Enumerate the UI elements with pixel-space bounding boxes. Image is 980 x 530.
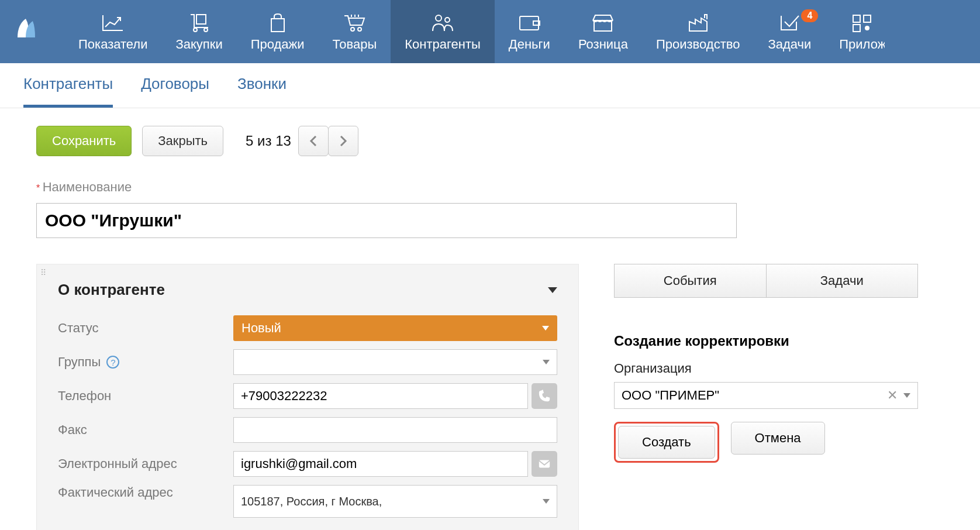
app-logo [12, 14, 47, 49]
save-button[interactable]: Сохранить [36, 126, 132, 156]
status-label: Статус [58, 321, 233, 336]
svg-point-1 [194, 28, 197, 32]
sub-nav: Контрагенты Договоры Звонки [0, 63, 980, 108]
name-input[interactable] [36, 203, 737, 238]
chart-up-icon [102, 11, 124, 35]
org-value: ООО "ПРИМЕР" [622, 388, 719, 403]
required-marker: * [36, 183, 40, 193]
nav-label: Задачи [768, 37, 811, 52]
pager-next-button[interactable] [328, 126, 358, 156]
drag-handle-icon[interactable]: ⠿ [40, 268, 46, 277]
svg-rect-0 [196, 15, 206, 24]
address-dropdown[interactable]: 105187, Россия, г Москва, [233, 485, 557, 518]
cancel-button[interactable]: Отмена [731, 422, 825, 455]
nav-goods[interactable]: Товары [319, 0, 391, 63]
subtab-counterparties[interactable]: Контрагенты [23, 75, 113, 108]
nav-label: Товары [333, 37, 377, 52]
panel-collapse-icon[interactable] [548, 287, 557, 293]
phone-call-button[interactable] [532, 383, 557, 409]
phone-input[interactable] [233, 383, 528, 409]
status-value: Новый [241, 321, 281, 336]
email-input[interactable] [233, 451, 528, 477]
store-icon [592, 11, 614, 35]
nav-label: Закупки [175, 37, 222, 52]
help-icon[interactable]: ? [106, 356, 119, 369]
groups-label: Группы ? [58, 355, 233, 370]
check-icon [779, 11, 800, 35]
section-title: Создание корректировки [614, 333, 918, 349]
fax-label: Факс [58, 422, 233, 438]
toolbar: Сохранить Закрыть 5 из 13 [0, 108, 980, 174]
pager-text: 5 из 13 [246, 133, 291, 149]
svg-point-12 [865, 26, 869, 30]
tab-events[interactable]: События [614, 264, 767, 298]
columns: ⠿ О контрагенте Статус Новый Группы ? [0, 244, 980, 530]
svg-point-4 [358, 27, 361, 31]
org-label: Организация [614, 361, 918, 376]
close-button[interactable]: Закрыть [142, 126, 223, 156]
nav-label: Приложения [839, 37, 885, 52]
name-label: Наименование [43, 180, 132, 194]
org-dropdown[interactable]: ООО "ПРИМЕР" ✕ [614, 382, 918, 409]
subtab-contracts[interactable]: Договоры [141, 75, 209, 108]
address-value: 105187, Россия, г Москва, [241, 495, 382, 508]
groups-dropdown[interactable] [233, 349, 557, 375]
subtab-calls[interactable]: Звонки [237, 75, 287, 108]
clear-icon[interactable]: ✕ [887, 388, 898, 403]
nav-production[interactable]: Производство [642, 0, 754, 63]
send-email-button[interactable] [532, 451, 557, 477]
name-label-row: * Наименование [36, 180, 944, 195]
svg-rect-9 [853, 15, 860, 22]
svg-point-6 [445, 18, 450, 22]
panel-title: О контрагенте [58, 281, 165, 299]
svg-point-5 [436, 15, 441, 21]
bag-icon [268, 11, 288, 35]
svg-point-2 [204, 28, 208, 32]
nav-label: Деньги [509, 37, 550, 52]
people-icon [432, 11, 454, 35]
nav-label: Контрагенты [405, 37, 481, 52]
svg-point-3 [351, 27, 354, 31]
tab-tasks[interactable]: Задачи [767, 264, 919, 298]
nav-sales[interactable]: Продажи [237, 0, 319, 63]
right-tabs: События Задачи [614, 264, 918, 298]
top-nav: Показатели Закупки Продажи Товары Контра… [0, 0, 980, 63]
email-label: Электронный адрес [58, 456, 233, 472]
left-column: ⠿ О контрагенте Статус Новый Группы ? [36, 264, 579, 530]
apps-icon [851, 11, 872, 35]
svg-rect-11 [853, 25, 860, 32]
nav-apps[interactable]: Приложения [825, 0, 885, 63]
chevron-down-icon [542, 326, 549, 331]
svg-rect-10 [864, 15, 871, 22]
pager-prev-button[interactable] [298, 126, 329, 156]
svg-rect-7 [520, 16, 539, 30]
address-label: Фактический адрес [58, 485, 233, 500]
form-area: * Наименование [0, 174, 980, 244]
handtruck-icon [188, 11, 211, 35]
nav-label: Показатели [78, 37, 147, 52]
factory-icon [687, 11, 709, 35]
tasks-badge: 4 [801, 9, 818, 22]
create-button[interactable]: Создать [618, 426, 715, 459]
pager: 5 из 13 [246, 126, 358, 156]
phone-label: Телефон [58, 388, 233, 404]
nav-money[interactable]: Деньги [495, 0, 564, 63]
nav-counterparties[interactable]: Контрагенты [391, 0, 495, 63]
highlight-box: Создать [614, 422, 719, 463]
svg-rect-13 [539, 460, 550, 468]
nav-purchases[interactable]: Закупки [161, 0, 236, 63]
cart-icon [343, 11, 365, 35]
nav-retail[interactable]: Розница [564, 0, 642, 63]
chevron-down-icon [543, 360, 550, 364]
correction-section: Создание корректировки Организация ООО "… [614, 333, 918, 463]
wallet-icon [518, 11, 540, 35]
nav-label: Продажи [251, 37, 305, 52]
chevron-down-icon [543, 499, 550, 504]
nav-indicators[interactable]: Показатели [64, 0, 161, 63]
right-column: События Задачи Создание корректировки Ор… [614, 264, 918, 530]
chevron-down-icon [903, 393, 910, 398]
nav-tasks[interactable]: 4 Задачи [754, 0, 825, 63]
nav-label: Розница [578, 37, 628, 52]
status-dropdown[interactable]: Новый [233, 315, 557, 341]
fax-input[interactable] [233, 417, 557, 443]
